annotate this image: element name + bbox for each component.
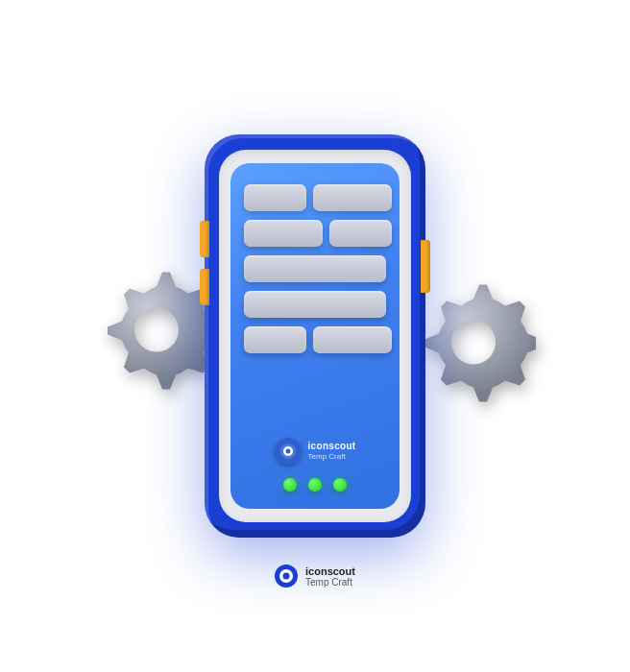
content-bar <box>244 220 323 247</box>
content-bar <box>244 184 306 211</box>
content-row-2 <box>244 220 386 247</box>
status-dot-3 <box>333 478 347 492</box>
brand-logo-icon <box>275 438 302 465</box>
status-dot-2 <box>308 478 322 492</box>
side-button-top-left <box>200 221 209 257</box>
brand-subtitle-label: Temp Craft <box>308 452 356 462</box>
side-button-bottom-left <box>200 269 209 305</box>
status-dots <box>283 468 347 493</box>
brand-text-group: iconscout Temp Craft <box>308 441 356 462</box>
content-bar <box>244 255 386 282</box>
content-bar <box>313 326 392 353</box>
screen-brand: iconscout Temp Craft <box>275 438 356 465</box>
content-row-5 <box>244 326 386 353</box>
device: iconscout Temp Craft <box>205 134 425 538</box>
content-bar <box>313 184 392 211</box>
bottom-brand-name: iconscout <box>305 565 355 577</box>
bottom-brand-bar: iconscout Temp Craft <box>123 564 507 588</box>
content-bar <box>329 220 392 247</box>
scene: iconscout Temp Craft iconscout Temp Craf… <box>123 67 507 605</box>
content-bar <box>244 326 306 353</box>
brand-name-label: iconscout <box>308 441 356 452</box>
side-button-right <box>421 240 430 293</box>
bottom-text-group: iconscout Temp Craft <box>305 565 355 588</box>
iconscout-logo-icon <box>275 564 298 588</box>
iconscout-logo-inner-icon <box>279 569 293 583</box>
content-row-3 <box>244 255 386 282</box>
content-area <box>244 184 386 430</box>
status-dot-1 <box>283 478 297 492</box>
device-inner-bezel: iconscout Temp Craft <box>219 150 411 522</box>
device-screen: iconscout Temp Craft <box>230 163 400 509</box>
content-row-4 <box>244 291 386 318</box>
bottom-product-name: Temp Craft <box>305 577 355 588</box>
brand-logo-inner-icon <box>283 446 293 456</box>
right-gear <box>411 280 536 405</box>
content-row-1 <box>244 184 386 211</box>
content-bar <box>244 291 386 318</box>
